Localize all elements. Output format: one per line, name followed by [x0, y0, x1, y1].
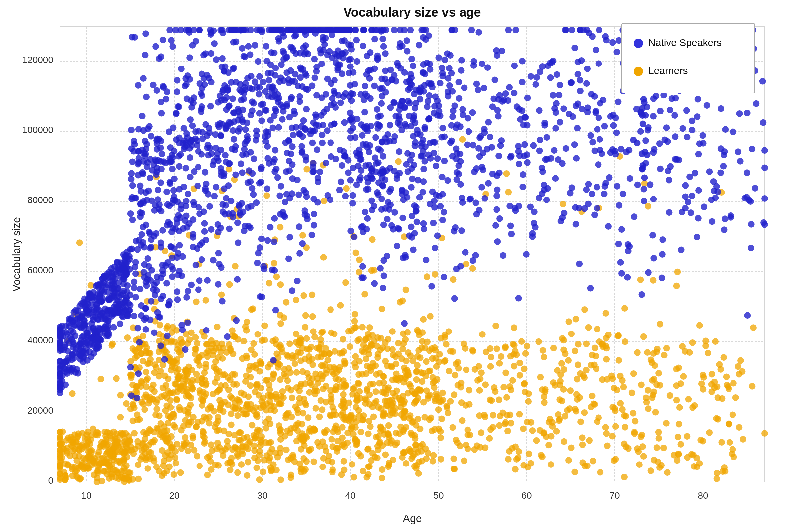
svg-point-2407 — [155, 187, 161, 193]
svg-point-2981 — [128, 145, 135, 152]
svg-point-1664 — [702, 343, 709, 349]
svg-point-1587 — [656, 435, 662, 441]
svg-point-407 — [358, 429, 364, 435]
svg-point-967 — [623, 413, 629, 420]
svg-point-1164 — [342, 279, 349, 286]
svg-point-4042 — [499, 48, 506, 54]
svg-point-1557 — [636, 461, 643, 468]
svg-point-3497 — [261, 266, 267, 272]
svg-point-2240 — [169, 43, 176, 50]
svg-point-3138 — [615, 241, 622, 247]
svg-point-1950 — [57, 447, 63, 454]
svg-point-2918 — [610, 112, 617, 118]
svg-point-1314 — [154, 396, 160, 403]
svg-point-3900 — [384, 79, 391, 86]
svg-point-3935 — [263, 43, 269, 50]
svg-point-2801 — [190, 234, 196, 241]
svg-point-4169 — [507, 154, 514, 160]
svg-point-1180 — [172, 454, 178, 461]
svg-point-1662 — [588, 362, 594, 368]
svg-point-3359 — [361, 109, 368, 115]
svg-point-4128 — [470, 109, 476, 116]
svg-point-1090 — [594, 418, 601, 425]
svg-point-1126 — [522, 389, 528, 395]
svg-point-3067 — [452, 26, 458, 33]
svg-point-3321 — [280, 56, 287, 62]
svg-point-3260 — [433, 191, 440, 198]
svg-point-4117 — [576, 26, 583, 33]
svg-point-3622 — [744, 110, 751, 116]
svg-point-148 — [609, 433, 616, 439]
svg-point-3503 — [680, 125, 686, 132]
svg-point-1396 — [418, 448, 425, 455]
svg-point-1588 — [296, 395, 303, 402]
svg-point-3590 — [231, 136, 238, 142]
svg-point-3838 — [329, 55, 336, 61]
svg-point-367 — [307, 445, 314, 452]
svg-point-223 — [439, 390, 446, 396]
svg-point-3883 — [749, 146, 756, 152]
svg-point-4190 — [403, 161, 410, 168]
svg-point-3302 — [328, 122, 335, 128]
svg-point-1877 — [360, 468, 366, 474]
svg-point-912 — [535, 339, 542, 345]
svg-point-1876 — [252, 404, 259, 411]
svg-point-4010 — [247, 178, 254, 185]
svg-point-4141 — [71, 355, 77, 362]
svg-point-1344 — [402, 336, 408, 343]
svg-point-3643 — [440, 274, 447, 280]
svg-point-4183 — [426, 92, 433, 99]
x-tick-70: 70 — [609, 491, 620, 501]
svg-point-1223 — [403, 286, 409, 293]
svg-point-1462 — [298, 469, 304, 475]
svg-point-1804 — [649, 394, 656, 401]
svg-point-3562 — [93, 283, 99, 289]
svg-point-657 — [583, 341, 590, 347]
svg-point-1023 — [729, 411, 736, 418]
svg-point-3504 — [144, 159, 151, 166]
svg-point-4177 — [402, 121, 408, 128]
svg-point-2788 — [515, 295, 522, 302]
svg-point-1294 — [160, 470, 167, 477]
svg-point-1500 — [488, 354, 494, 360]
svg-point-4155 — [196, 26, 203, 33]
svg-point-3696 — [474, 81, 480, 88]
svg-point-3388 — [321, 41, 328, 48]
svg-point-4172 — [174, 296, 181, 303]
svg-point-1525 — [714, 383, 721, 390]
svg-point-1801 — [700, 372, 706, 378]
svg-point-1334 — [528, 419, 534, 425]
svg-point-1032 — [302, 324, 308, 330]
svg-point-1723 — [163, 382, 169, 389]
svg-point-2748 — [271, 215, 278, 222]
svg-point-886 — [453, 360, 459, 367]
svg-point-1699 — [182, 434, 188, 441]
svg-point-1586 — [609, 404, 616, 410]
svg-point-586 — [375, 433, 382, 440]
svg-point-1784 — [142, 457, 149, 463]
svg-point-3342 — [156, 55, 162, 62]
svg-point-1554 — [314, 388, 320, 394]
svg-point-2498 — [128, 170, 135, 176]
svg-point-2710 — [271, 239, 277, 245]
svg-point-2609 — [258, 178, 264, 185]
svg-point-3747 — [619, 270, 625, 277]
svg-point-1393 — [635, 448, 642, 455]
svg-point-3873 — [165, 302, 172, 308]
svg-point-879 — [622, 305, 628, 311]
svg-point-3626 — [196, 242, 203, 248]
scatter-chart: Vocabulary size vs age 0 20000 40000 60 — [0, 0, 798, 532]
svg-point-2586 — [451, 102, 458, 109]
svg-point-1919 — [200, 428, 207, 435]
svg-point-1974 — [164, 325, 170, 331]
svg-point-1556 — [266, 457, 272, 463]
svg-point-3309 — [251, 155, 258, 162]
svg-point-3162 — [215, 121, 222, 128]
svg-point-296 — [640, 453, 647, 459]
svg-point-4134 — [117, 269, 124, 276]
svg-point-3968 — [348, 91, 355, 97]
svg-point-1141 — [173, 460, 179, 467]
svg-point-1761 — [674, 269, 681, 275]
y-tick-80k: 80000 — [27, 195, 53, 205]
svg-point-1945 — [297, 350, 304, 357]
